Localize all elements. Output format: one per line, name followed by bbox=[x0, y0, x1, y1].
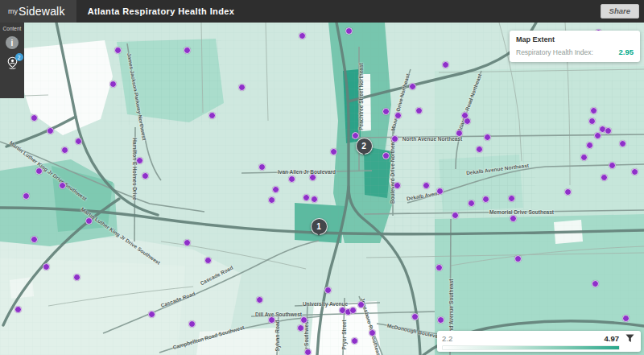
map-dot[interactable] bbox=[297, 324, 304, 332]
map-dot[interactable] bbox=[409, 83, 416, 90]
map-dot[interactable] bbox=[369, 329, 376, 336]
range-gradient-slider[interactable] bbox=[442, 345, 620, 350]
map-dot[interactable] bbox=[394, 112, 402, 119]
street-label: Dill Ave Southwest bbox=[255, 312, 302, 317]
map-dot[interactable] bbox=[268, 316, 275, 324]
map-dot[interactable] bbox=[594, 132, 601, 139]
map-dot[interactable] bbox=[580, 154, 588, 161]
map-dot[interactable] bbox=[590, 107, 597, 114]
map-dot[interactable] bbox=[415, 107, 423, 114]
map-dot[interactable] bbox=[464, 118, 471, 125]
map-dot[interactable] bbox=[394, 182, 401, 189]
map-dot[interactable] bbox=[442, 61, 449, 68]
map-dot[interactable] bbox=[452, 212, 459, 219]
map-dot[interactable] bbox=[436, 188, 444, 195]
map-dot[interactable] bbox=[188, 320, 196, 328]
range-min-value: 2.2 bbox=[442, 334, 452, 343]
map-dot[interactable] bbox=[352, 132, 359, 139]
map-dot[interactable] bbox=[31, 236, 38, 243]
map-dot[interactable] bbox=[31, 114, 38, 122]
map-dot[interactable] bbox=[47, 127, 54, 134]
map-dot[interactable] bbox=[601, 174, 608, 181]
content-sidebar: Content i 2 bbox=[0, 23, 24, 98]
map-dot[interactable] bbox=[109, 80, 117, 88]
content-tab-label: Content bbox=[3, 23, 22, 36]
map-dot[interactable] bbox=[476, 146, 483, 153]
map-dot[interactable] bbox=[23, 192, 30, 200]
map-dot[interactable] bbox=[258, 163, 266, 171]
street-label: Memorial Drive Southeast bbox=[489, 209, 554, 215]
map-dot[interactable] bbox=[204, 257, 212, 264]
metric-value: 2.95 bbox=[619, 47, 634, 56]
map-dot[interactable] bbox=[59, 182, 66, 189]
map-dot[interactable] bbox=[309, 174, 316, 181]
map-dot[interactable] bbox=[184, 239, 191, 246]
map-dot[interactable] bbox=[586, 142, 593, 149]
map-dot[interactable] bbox=[564, 188, 572, 196]
layers-button[interactable]: 2 bbox=[6, 56, 19, 73]
share-button[interactable]: Share bbox=[601, 4, 639, 19]
map-dot[interactable] bbox=[423, 182, 430, 189]
map-dot[interactable] bbox=[592, 280, 599, 287]
map-dot[interactable] bbox=[514, 255, 522, 262]
map-dot[interactable] bbox=[349, 307, 357, 314]
funnel-icon[interactable] bbox=[625, 334, 634, 343]
map-dot[interactable] bbox=[382, 152, 390, 159]
map-dot[interactable] bbox=[256, 296, 263, 303]
map-dot[interactable] bbox=[456, 130, 463, 137]
map-dot[interactable] bbox=[631, 168, 638, 175]
map-dot[interactable] bbox=[357, 301, 365, 308]
map-dot[interactable] bbox=[61, 147, 68, 154]
map-dot[interactable] bbox=[43, 263, 50, 270]
map-dot[interactable] bbox=[136, 157, 143, 164]
map-dot[interactable] bbox=[330, 148, 337, 155]
map-dot[interactable] bbox=[588, 118, 596, 125]
map-dot[interactable] bbox=[299, 32, 306, 39]
map-marker-2[interactable]: 2 bbox=[356, 138, 373, 155]
map-dot[interactable] bbox=[272, 186, 279, 193]
map-dot[interactable] bbox=[510, 215, 517, 222]
map-dot[interactable] bbox=[85, 217, 93, 225]
map-dot[interactable] bbox=[208, 112, 216, 119]
map-dot[interactable] bbox=[148, 311, 155, 318]
metric-label: Respiratory Health Index: bbox=[516, 48, 593, 56]
map-dot[interactable] bbox=[484, 134, 491, 141]
map-dot[interactable] bbox=[436, 264, 443, 271]
map-dot[interactable] bbox=[268, 196, 275, 204]
street-label: University Avenue bbox=[303, 301, 348, 307]
map-dot[interactable] bbox=[605, 127, 612, 134]
map-dot[interactable] bbox=[114, 47, 122, 54]
info-button[interactable]: i bbox=[6, 36, 19, 49]
map-dot[interactable] bbox=[351, 337, 358, 345]
map-dot[interactable] bbox=[609, 162, 616, 169]
map-dot[interactable] bbox=[508, 195, 515, 202]
map-dot[interactable] bbox=[73, 274, 80, 281]
map-dot[interactable] bbox=[300, 316, 308, 324]
map-dot[interactable] bbox=[35, 167, 43, 175]
map-dot[interactable] bbox=[184, 47, 191, 54]
map-dot[interactable] bbox=[303, 194, 310, 201]
map-marker-1[interactable]: 1 bbox=[311, 218, 328, 235]
map-dot[interactable] bbox=[468, 200, 475, 207]
map-dot[interactable] bbox=[345, 27, 353, 35]
map-extent-panel: Map Extent Respiratory Health Index: 2.9… bbox=[510, 31, 640, 62]
map-dot[interactable] bbox=[311, 196, 318, 203]
mysidewalk-logo[interactable]: mySidewalk bbox=[0, 0, 76, 23]
map-dot[interactable] bbox=[324, 287, 332, 294]
map-dot[interactable] bbox=[142, 172, 149, 180]
range-max-value: 4.97 bbox=[605, 334, 620, 343]
map-dot[interactable] bbox=[382, 108, 390, 115]
map-dot[interactable] bbox=[391, 135, 398, 142]
map-dot[interactable] bbox=[288, 175, 295, 183]
map-dot[interactable] bbox=[238, 84, 246, 91]
map-dot[interactable] bbox=[304, 349, 312, 355]
map-dot[interactable] bbox=[619, 140, 626, 147]
map-dot[interactable] bbox=[437, 316, 444, 324]
map-dot[interactable] bbox=[622, 315, 630, 322]
map-dot[interactable] bbox=[482, 196, 489, 203]
page-title: Atlanta Respiratory Health Index bbox=[88, 6, 235, 16]
map-dot[interactable] bbox=[14, 306, 22, 313]
map-canvas[interactable]: James Jackson Parkway NorthwestHamilton … bbox=[0, 23, 644, 355]
map-dot[interactable] bbox=[75, 138, 82, 145]
map-dot[interactable] bbox=[411, 313, 419, 320]
